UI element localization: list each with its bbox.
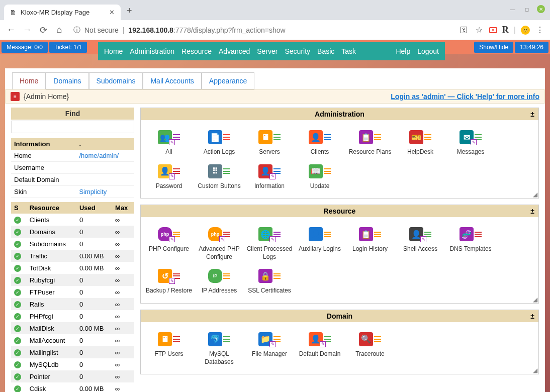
showhide-button[interactable]: Show/Hide bbox=[474, 42, 513, 53]
nav-link-basic[interactable]: Basic bbox=[317, 47, 334, 55]
status-ok-icon: ✓ bbox=[14, 349, 21, 356]
panel-item-ip-addresses[interactable]: IPIP Addresses bbox=[194, 264, 244, 298]
panel-item-label: Password bbox=[145, 182, 193, 190]
panel-item-label: All bbox=[145, 148, 193, 156]
tab-appearance[interactable]: Appearance bbox=[202, 72, 255, 89]
panel-item-servers[interactable]: 🖥Servers bbox=[244, 125, 295, 159]
panel-item-clients[interactable]: 👤Clients bbox=[295, 125, 345, 159]
collapse-icon[interactable]: ± bbox=[530, 110, 534, 118]
collapse-icon[interactable]: ± bbox=[530, 207, 534, 215]
panel-item-label: Advanced PHP Configure bbox=[195, 245, 243, 261]
minimize-icon[interactable]: — bbox=[509, 5, 517, 13]
tab-mail-accounts[interactable]: Mail Accounts bbox=[143, 72, 201, 89]
action-logs-icon: 📄 bbox=[208, 130, 222, 144]
panel-item-label: SSL Certificates bbox=[245, 287, 294, 295]
panel-item-label: DNS Templates bbox=[446, 245, 495, 253]
ssl-certificates-icon: 🔒 bbox=[258, 269, 272, 283]
key-icon[interactable]: ⚿ bbox=[459, 25, 469, 35]
close-icon[interactable]: ✕ bbox=[109, 9, 115, 16]
nav-link-help[interactable]: Help bbox=[396, 47, 410, 55]
table-row: ✓Traffic0.00 MB∞ bbox=[11, 250, 134, 262]
panel-item-resource-plans[interactable]: 📋Resource Plans bbox=[345, 125, 395, 159]
star-icon[interactable]: ☆ bbox=[474, 25, 484, 35]
edit-badge-icon: ✎ bbox=[169, 236, 175, 242]
ticket-badge[interactable]: Ticket: 1/1 bbox=[49, 42, 87, 53]
find-input[interactable] bbox=[11, 121, 134, 133]
resize-handle-icon[interactable]: ◢ bbox=[533, 296, 537, 303]
nav-link-task[interactable]: Task bbox=[341, 47, 356, 55]
tab-domains[interactable]: Domains bbox=[46, 72, 88, 89]
resize-handle-icon[interactable]: ◢ bbox=[533, 367, 537, 374]
list-glyph-icon bbox=[374, 231, 381, 238]
extension-r-icon[interactable]: R bbox=[502, 25, 509, 35]
nav-link-server[interactable]: Server bbox=[257, 47, 278, 55]
panel-item-custom-buttons[interactable]: ⠿Custom Buttons bbox=[194, 159, 244, 193]
nav-link-advanced[interactable]: Advanced bbox=[219, 47, 250, 55]
extension-icon[interactable]: » bbox=[489, 27, 497, 33]
reload-icon[interactable]: ⟳ bbox=[37, 24, 49, 36]
panel-item-label: Auxiliary Logins bbox=[296, 245, 344, 253]
panel-item-php-configure[interactable]: php✎PHP Configure bbox=[144, 222, 194, 264]
breadcrumb-help-link[interactable]: Login as 'admin' — Click 'Help' for more… bbox=[391, 92, 539, 101]
window-close-icon[interactable]: ✕ bbox=[537, 5, 545, 13]
panel-item-label: Servers bbox=[245, 148, 294, 156]
list-glyph-icon bbox=[475, 231, 482, 238]
panel-item-password[interactable]: 👤✎Password bbox=[144, 159, 194, 193]
collapse-icon[interactable]: ± bbox=[530, 312, 534, 320]
panel-item-auxiliary-logins[interactable]: 👤Auxiliary Logins bbox=[295, 222, 345, 264]
panel-item-mysql-databases[interactable]: 🐬MySQL Databases bbox=[194, 327, 244, 369]
panel-item-traceroute[interactable]: 🔍Traceroute bbox=[345, 327, 395, 369]
status-ok-icon: ✓ bbox=[14, 253, 21, 260]
info-row: Default Domain bbox=[11, 174, 134, 186]
panel-item-client-processed-logs[interactable]: 🌐✎Client Processed Logs bbox=[244, 222, 295, 264]
status-ok-icon: ✓ bbox=[14, 229, 21, 236]
panel-item-ssl-certificates[interactable]: 🔒SSL Certificates bbox=[244, 264, 295, 298]
back-icon[interactable]: ← bbox=[5, 24, 17, 36]
panel-item-update[interactable]: 📖Update bbox=[295, 159, 345, 193]
nav-link-resource[interactable]: Resource bbox=[181, 47, 212, 55]
panel-item-all[interactable]: 👥✎All bbox=[144, 125, 194, 159]
panel-item-helpdesk[interactable]: 🎫HelpDesk bbox=[395, 125, 445, 159]
panel-item-label: Custom Buttons bbox=[195, 182, 243, 190]
maximize-icon[interactable]: ◻ bbox=[523, 5, 531, 13]
panel-item-label: Shell Access bbox=[396, 245, 444, 253]
info-icon[interactable]: ⓘ bbox=[73, 26, 80, 35]
panel-item-action-logs[interactable]: 📄Action Logs bbox=[194, 125, 244, 159]
nav-link-administration[interactable]: Administration bbox=[130, 47, 174, 55]
panel-item-label: MySQL Databases bbox=[195, 350, 243, 366]
nav-link-home[interactable]: Home bbox=[104, 47, 123, 55]
sidebar: Find Information. Home/home/admin/Userna… bbox=[11, 108, 134, 392]
new-tab-button[interactable]: + bbox=[121, 2, 138, 20]
extension-face-icon[interactable]: 😊 bbox=[521, 26, 530, 35]
panel-item-dns-templates[interactable]: 🧬DNS Templates bbox=[445, 222, 496, 264]
table-row: ✓MailAccount0∞ bbox=[11, 334, 134, 346]
panel-item-label: Action Logs bbox=[195, 148, 243, 156]
panel-item-shell-access[interactable]: 👤✎Shell Access bbox=[395, 222, 445, 264]
find-label: Find bbox=[11, 108, 134, 120]
message-badge[interactable]: Message: 0/0 bbox=[2, 42, 48, 53]
status-ok-icon: ✓ bbox=[14, 325, 21, 332]
home-icon[interactable]: ⌂ bbox=[53, 24, 65, 36]
table-row: ✓Rails0∞ bbox=[11, 298, 134, 310]
nav-link-logout[interactable]: Logout bbox=[417, 47, 439, 55]
panel-item-file-manager[interactable]: 📁✎File Manager bbox=[244, 327, 295, 369]
panel-item-information[interactable]: 👤✎Information bbox=[244, 159, 295, 193]
panel-item-ftp-users[interactable]: 🖥FTP Users bbox=[144, 327, 194, 369]
panel-item-backup-restore[interactable]: ↺✎Backup / Restore bbox=[144, 264, 194, 298]
info-link[interactable]: Simplicity bbox=[79, 188, 107, 195]
panel-item-default-domain[interactable]: 👤✎Default Domain bbox=[295, 327, 345, 369]
nav-link-security[interactable]: Security bbox=[285, 47, 311, 55]
browser-tab[interactable]: 🗎 Kloxo-MR Display Page ✕ bbox=[4, 5, 121, 20]
resize-handle-icon[interactable]: ◢ bbox=[533, 191, 537, 198]
tab-home[interactable]: Home bbox=[12, 72, 46, 89]
panel-item-advanced-php-configure[interactable]: php✎Advanced PHP Configure bbox=[194, 222, 244, 264]
panel-item-login-history[interactable]: 📋Login History bbox=[345, 222, 395, 264]
auxiliary-logins-icon: 👤 bbox=[309, 227, 323, 241]
menu-icon[interactable]: ⋮ bbox=[535, 25, 545, 35]
traceroute-icon: 🔍 bbox=[359, 332, 373, 346]
panel-item-messages[interactable]: ✉✎Messages bbox=[445, 125, 496, 159]
info-link[interactable]: /home/admin/ bbox=[79, 152, 119, 159]
table-row: ✓FTPuser0∞ bbox=[11, 286, 134, 298]
address-bar[interactable]: ⓘ Not secure | 192.168.100.8:7778/displa… bbox=[69, 24, 455, 37]
tab-subdomains[interactable]: Subdomains bbox=[89, 72, 143, 89]
